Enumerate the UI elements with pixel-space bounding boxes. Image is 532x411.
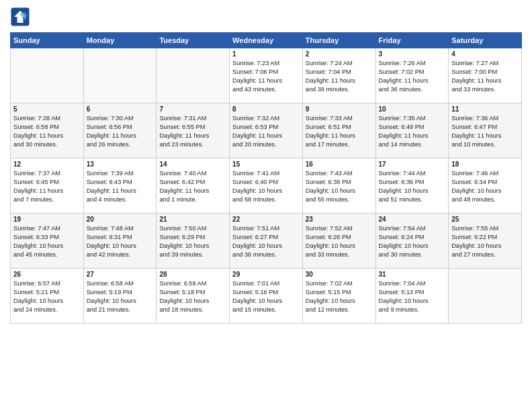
logo-icon	[10, 7, 30, 27]
calendar-cell: 5Sunrise: 7:28 AM Sunset: 6:58 PM Daylig…	[11, 103, 84, 158]
day-info: Sunrise: 7:40 AM Sunset: 6:42 PM Dayligh…	[159, 169, 226, 204]
day-info: Sunrise: 7:01 AM Sunset: 5:16 PM Dayligh…	[232, 279, 300, 314]
header-row: SundayMondayTuesdayWednesdayThursdayFrid…	[11, 33, 522, 48]
header-cell-wednesday: Wednesday	[230, 33, 303, 48]
calendar-cell: 8Sunrise: 7:32 AM Sunset: 6:53 PM Daylig…	[230, 103, 303, 158]
day-info: Sunrise: 7:51 AM Sunset: 6:27 PM Dayligh…	[232, 224, 300, 259]
day-number: 27	[87, 271, 154, 278]
calendar-table: SundayMondayTuesdayWednesdayThursdayFrid…	[10, 32, 522, 324]
day-number: 14	[159, 161, 226, 168]
calendar-cell: 20Sunrise: 7:48 AM Sunset: 6:31 PM Dayli…	[83, 214, 157, 269]
day-info: Sunrise: 7:02 AM Sunset: 5:15 PM Dayligh…	[306, 279, 373, 314]
calendar-cell: 15Sunrise: 7:41 AM Sunset: 6:40 PM Dayli…	[230, 158, 303, 214]
calendar-cell	[11, 48, 84, 103]
calendar-cell: 4Sunrise: 7:27 AM Sunset: 7:00 PM Daylig…	[449, 48, 522, 103]
day-number: 22	[232, 216, 300, 223]
week-row-2: 5Sunrise: 7:28 AM Sunset: 6:58 PM Daylig…	[11, 103, 522, 158]
day-info: Sunrise: 7:44 AM Sunset: 6:36 PM Dayligh…	[379, 169, 446, 204]
logo	[10, 7, 33, 27]
calendar-cell: 10Sunrise: 7:35 AM Sunset: 6:49 PM Dayli…	[375, 103, 449, 158]
day-info: Sunrise: 7:41 AM Sunset: 6:40 PM Dayligh…	[232, 169, 300, 204]
day-info: Sunrise: 7:36 AM Sunset: 6:47 PM Dayligh…	[451, 114, 519, 149]
day-number: 3	[379, 50, 446, 58]
day-info: Sunrise: 7:47 AM Sunset: 6:33 PM Dayligh…	[13, 224, 81, 259]
day-number: 2	[306, 50, 373, 58]
calendar-cell: 26Sunrise: 6:57 AM Sunset: 5:21 PM Dayli…	[11, 269, 84, 324]
calendar-cell: 22Sunrise: 7:51 AM Sunset: 6:27 PM Dayli…	[230, 214, 303, 269]
calendar-cell: 24Sunrise: 7:54 AM Sunset: 6:24 PM Dayli…	[375, 214, 449, 269]
calendar-cell: 28Sunrise: 6:59 AM Sunset: 5:18 PM Dayli…	[157, 269, 230, 324]
day-number: 21	[159, 216, 226, 223]
day-number: 23	[306, 216, 373, 223]
week-row-3: 12Sunrise: 7:37 AM Sunset: 6:45 PM Dayli…	[11, 158, 522, 214]
calendar-cell: 19Sunrise: 7:47 AM Sunset: 6:33 PM Dayli…	[11, 214, 84, 269]
day-number: 4	[451, 50, 519, 58]
day-info: Sunrise: 7:52 AM Sunset: 6:26 PM Dayligh…	[306, 224, 373, 259]
calendar-cell: 21Sunrise: 7:50 AM Sunset: 6:29 PM Dayli…	[157, 214, 230, 269]
calendar-header: SundayMondayTuesdayWednesdayThursdayFrid…	[11, 33, 522, 48]
day-number: 1	[232, 50, 300, 58]
calendar-cell: 18Sunrise: 7:46 AM Sunset: 6:34 PM Dayli…	[449, 158, 522, 214]
calendar-cell	[157, 48, 230, 103]
day-number: 24	[379, 216, 446, 223]
day-info: Sunrise: 6:59 AM Sunset: 5:18 PM Dayligh…	[159, 279, 226, 314]
day-number: 15	[232, 161, 300, 168]
day-number: 20	[87, 216, 154, 223]
day-info: Sunrise: 7:30 AM Sunset: 6:56 PM Dayligh…	[87, 114, 154, 149]
header-cell-sunday: Sunday	[11, 33, 84, 48]
day-number: 8	[232, 105, 300, 113]
day-number: 30	[306, 271, 373, 278]
day-info: Sunrise: 7:39 AM Sunset: 6:43 PM Dayligh…	[87, 169, 154, 204]
week-row-5: 26Sunrise: 6:57 AM Sunset: 5:21 PM Dayli…	[11, 269, 522, 324]
calendar-cell: 12Sunrise: 7:37 AM Sunset: 6:45 PM Dayli…	[11, 158, 84, 214]
day-number: 6	[87, 105, 154, 113]
calendar-cell: 29Sunrise: 7:01 AM Sunset: 5:16 PM Dayli…	[230, 269, 303, 324]
day-number: 16	[306, 161, 373, 168]
day-number: 31	[379, 271, 446, 278]
day-info: Sunrise: 7:31 AM Sunset: 6:55 PM Dayligh…	[159, 114, 226, 149]
day-number: 9	[306, 105, 373, 113]
calendar-cell: 9Sunrise: 7:33 AM Sunset: 6:51 PM Daylig…	[302, 103, 375, 158]
day-number: 19	[13, 216, 81, 223]
calendar-cell: 6Sunrise: 7:30 AM Sunset: 6:56 PM Daylig…	[83, 103, 157, 158]
day-info: Sunrise: 6:58 AM Sunset: 5:19 PM Dayligh…	[87, 279, 154, 314]
calendar-cell: 23Sunrise: 7:52 AM Sunset: 6:26 PM Dayli…	[302, 214, 375, 269]
day-info: Sunrise: 7:48 AM Sunset: 6:31 PM Dayligh…	[87, 224, 154, 259]
calendar-cell: 30Sunrise: 7:02 AM Sunset: 5:15 PM Dayli…	[302, 269, 375, 324]
header-cell-thursday: Thursday	[302, 33, 375, 48]
calendar-body: 1Sunrise: 7:23 AM Sunset: 7:06 PM Daylig…	[11, 48, 522, 324]
day-info: Sunrise: 7:28 AM Sunset: 6:58 PM Dayligh…	[13, 114, 81, 149]
header-cell-friday: Friday	[375, 33, 449, 48]
day-number: 12	[13, 161, 81, 168]
week-row-4: 19Sunrise: 7:47 AM Sunset: 6:33 PM Dayli…	[11, 214, 522, 269]
calendar-cell: 27Sunrise: 6:58 AM Sunset: 5:19 PM Dayli…	[83, 269, 157, 324]
calendar-cell: 14Sunrise: 7:40 AM Sunset: 6:42 PM Dayli…	[157, 158, 230, 214]
day-info: Sunrise: 7:04 AM Sunset: 5:13 PM Dayligh…	[379, 279, 446, 314]
calendar-cell: 3Sunrise: 7:26 AM Sunset: 7:02 PM Daylig…	[375, 48, 449, 103]
day-info: Sunrise: 7:32 AM Sunset: 6:53 PM Dayligh…	[232, 114, 300, 149]
calendar-cell	[83, 48, 157, 103]
page-container: SundayMondayTuesdayWednesdayThursdayFrid…	[0, 0, 532, 327]
calendar-cell: 11Sunrise: 7:36 AM Sunset: 6:47 PM Dayli…	[449, 103, 522, 158]
calendar-cell: 7Sunrise: 7:31 AM Sunset: 6:55 PM Daylig…	[157, 103, 230, 158]
day-info: Sunrise: 7:27 AM Sunset: 7:00 PM Dayligh…	[451, 59, 519, 94]
day-number: 11	[451, 105, 519, 113]
day-info: Sunrise: 7:50 AM Sunset: 6:29 PM Dayligh…	[159, 224, 226, 259]
day-info: Sunrise: 7:54 AM Sunset: 6:24 PM Dayligh…	[379, 224, 446, 259]
day-info: Sunrise: 7:23 AM Sunset: 7:06 PM Dayligh…	[232, 59, 300, 94]
day-info: Sunrise: 7:46 AM Sunset: 6:34 PM Dayligh…	[451, 169, 519, 204]
header-cell-tuesday: Tuesday	[157, 33, 230, 48]
day-number: 18	[451, 161, 519, 168]
calendar-cell: 25Sunrise: 7:55 AM Sunset: 6:22 PM Dayli…	[449, 214, 522, 269]
day-number: 28	[159, 271, 226, 278]
header-cell-saturday: Saturday	[449, 33, 522, 48]
page-header	[10, 7, 522, 27]
day-number: 10	[379, 105, 446, 113]
day-number: 17	[379, 161, 446, 168]
day-number: 5	[13, 105, 81, 113]
calendar-cell: 1Sunrise: 7:23 AM Sunset: 7:06 PM Daylig…	[230, 48, 303, 103]
day-info: Sunrise: 7:33 AM Sunset: 6:51 PM Dayligh…	[306, 114, 373, 149]
day-info: Sunrise: 6:57 AM Sunset: 5:21 PM Dayligh…	[13, 279, 81, 314]
calendar-cell	[449, 269, 522, 324]
week-row-1: 1Sunrise: 7:23 AM Sunset: 7:06 PM Daylig…	[11, 48, 522, 103]
